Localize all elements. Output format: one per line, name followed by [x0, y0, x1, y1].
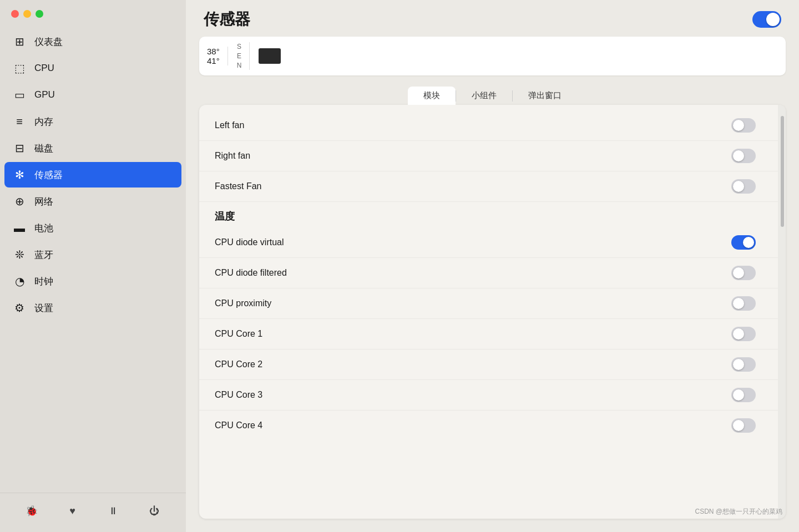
sensor-toggle-cpu-core-1[interactable]: [731, 327, 756, 341]
nav-label-disk: 磁盘: [34, 142, 53, 155]
nav-label-clock: 时钟: [34, 275, 53, 288]
sensor-name-cpu-core-3: CPU Core 3: [215, 390, 262, 400]
section-header-temperature: 温度: [199, 202, 778, 227]
sensor-name-right-fan: Right fan: [215, 151, 250, 161]
tabs-row: 模块小组件弹出窗口: [186, 82, 799, 105]
scrollbar-track[interactable]: [778, 105, 786, 519]
nav-label-sensor: 传感器: [34, 169, 63, 181]
sidebar-item-memory[interactable]: ≡ 内存: [4, 109, 181, 134]
sensor-toggle-cpu-proximity[interactable]: [731, 296, 756, 311]
sensor-list: Left fanRight fanFastest Fan温度CPU diode …: [199, 105, 778, 519]
nav-icon-sensor: ✻: [12, 168, 27, 182]
sidebar-item-battery[interactable]: ▬ 电池: [4, 215, 181, 241]
sensor-row-left-fan: Left fan: [199, 110, 778, 141]
sensor-toggle-cpu-diode-filtered[interactable]: [731, 266, 756, 280]
main-content: 传感器 38° 41° S E N 模块小组件弹出窗口 Left fanRigh…: [186, 0, 799, 532]
sen-icon: S E N: [237, 42, 250, 70]
nav-icon-dashboard: ⊞: [12, 34, 27, 49]
nav-icon-network: ⊕: [12, 194, 27, 209]
content-area: Left fanRight fanFastest Fan温度CPU diode …: [199, 105, 786, 519]
sensor-row-cpu-core-2: CPU Core 2: [199, 349, 778, 380]
tab-popup[interactable]: 弹出窗口: [513, 87, 577, 105]
nav-label-bluetooth: 蓝牙: [34, 249, 53, 261]
nav-icon-clock: ◔: [12, 274, 27, 288]
footer-btn-pause[interactable]: ⏸: [103, 501, 123, 521]
sidebar-footer: 🐞♥⏸⏻: [0, 493, 186, 532]
close-button[interactable]: [11, 10, 19, 18]
sensor-name-cpu-core-2: CPU Core 2: [215, 359, 262, 369]
sensor-toggle-cpu-core-2[interactable]: [731, 357, 756, 372]
sensor-toggle-left-fan[interactable]: [731, 118, 756, 133]
footer-btn-bug[interactable]: 🐞: [22, 501, 42, 521]
nav-label-network: 网络: [34, 195, 53, 208]
footer-btn-power[interactable]: ⏻: [144, 501, 164, 521]
footer-btn-heart[interactable]: ♥: [63, 501, 83, 521]
sensor-toggle-cpu-core-4[interactable]: [731, 418, 756, 433]
watermark: CSDN @想做一只开心的菜鸡: [695, 507, 782, 516]
page-title: 传感器: [204, 9, 250, 30]
sidebar-item-clock[interactable]: ◔ 时钟: [4, 268, 181, 294]
sensor-row-right-fan: Right fan: [199, 141, 778, 171]
nav-icon-gpu: ▭: [12, 88, 27, 102]
maximize-button[interactable]: [36, 10, 43, 18]
sensor-row-cpu-core-4: CPU Core 4: [199, 411, 778, 440]
sensor-preview-icon: [259, 48, 281, 64]
sensor-row-cpu-diode-filtered: CPU diode filtered: [199, 258, 778, 288]
sidebar: ⊞ 仪表盘⬚ CPU▭ GPU≡ 内存⊟ 磁盘✻ 传感器⊕ 网络▬ 电池❊ 蓝牙…: [0, 0, 186, 532]
nav-icon-memory: ≡: [12, 114, 27, 129]
sensor-toggle-cpu-diode-virtual[interactable]: [731, 235, 756, 250]
nav-label-settings: 设置: [34, 302, 53, 315]
nav-label-cpu: CPU: [34, 63, 54, 74]
nav-icon-settings: ⚙: [12, 301, 27, 315]
sidebar-item-sensor[interactable]: ✻ 传感器: [4, 162, 181, 188]
global-toggle[interactable]: [752, 11, 781, 28]
nav-icon-disk: ⊟: [12, 141, 27, 155]
sensor-row-fastest-fan: Fastest Fan: [199, 171, 778, 202]
titlebar: [0, 0, 186, 29]
preview-bar: 38° 41° S E N: [199, 37, 786, 75]
sidebar-item-gpu[interactable]: ▭ GPU: [4, 82, 181, 108]
sidebar-item-cpu[interactable]: ⬚ CPU: [4, 55, 181, 81]
sidebar-item-bluetooth[interactable]: ❊ 蓝牙: [4, 242, 181, 267]
minimize-button[interactable]: [23, 10, 31, 18]
nav-label-gpu: GPU: [34, 89, 55, 100]
nav-icon-battery: ▬: [12, 221, 27, 235]
temp2: 41°: [207, 56, 220, 65]
nav-label-memory: 内存: [34, 115, 53, 128]
sensor-row-cpu-proximity: CPU proximity: [199, 288, 778, 319]
nav-label-dashboard: 仪表盘: [34, 36, 63, 48]
sensor-name-cpu-proximity: CPU proximity: [215, 298, 271, 308]
sensor-toggle-fastest-fan[interactable]: [731, 179, 756, 194]
tab-widget[interactable]: 小组件: [456, 87, 512, 105]
sidebar-item-disk[interactable]: ⊟ 磁盘: [4, 135, 181, 161]
sensor-name-left-fan: Left fan: [215, 120, 244, 130]
tab-module[interactable]: 模块: [408, 87, 456, 105]
sensor-row-cpu-core-1: CPU Core 1: [199, 319, 778, 349]
sensor-toggle-right-fan[interactable]: [731, 149, 756, 163]
sidebar-nav: ⊞ 仪表盘⬚ CPU▭ GPU≡ 内存⊟ 磁盘✻ 传感器⊕ 网络▬ 电池❊ 蓝牙…: [0, 29, 186, 493]
sidebar-item-dashboard[interactable]: ⊞ 仪表盘: [4, 29, 181, 54]
sidebar-item-settings[interactable]: ⚙ 设置: [4, 295, 181, 321]
scrollbar-thumb[interactable]: [781, 116, 784, 227]
nav-label-battery: 电池: [34, 222, 53, 235]
temp1: 38°: [207, 47, 220, 56]
main-header: 传感器: [186, 0, 799, 37]
sensor-name-cpu-core-1: CPU Core 1: [215, 329, 262, 339]
sensor-row-cpu-diode-virtual: CPU diode virtual: [199, 227, 778, 258]
temp-display: 38° 41°: [207, 47, 228, 65]
sidebar-item-network[interactable]: ⊕ 网络: [4, 189, 181, 214]
sensor-row-cpu-core-3: CPU Core 3: [199, 380, 778, 411]
sensor-name-cpu-diode-filtered: CPU diode filtered: [215, 268, 287, 278]
nav-icon-cpu: ⬚: [12, 61, 27, 75]
sensor-name-cpu-core-4: CPU Core 4: [215, 420, 262, 430]
nav-icon-bluetooth: ❊: [12, 247, 27, 262]
sensor-name-fastest-fan: Fastest Fan: [215, 181, 261, 191]
sensor-name-cpu-diode-virtual: CPU diode virtual: [215, 237, 284, 247]
sensor-toggle-cpu-core-3[interactable]: [731, 388, 756, 402]
